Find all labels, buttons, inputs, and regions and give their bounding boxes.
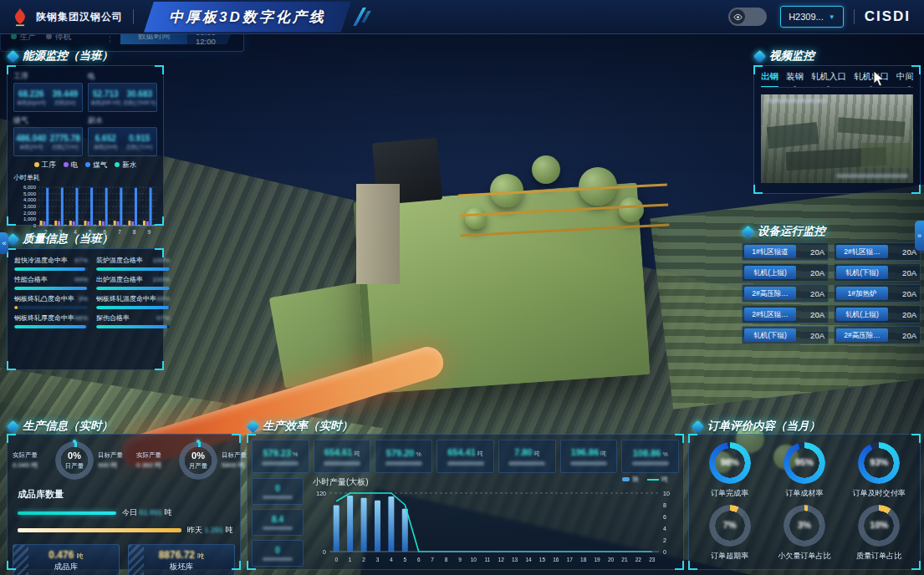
order-gauge-cell: 98% 订单完成率: [692, 440, 767, 502]
order-gauge-cell: 95% 订单成材率: [767, 440, 841, 502]
energy-unit: 单耗(m³/t): [19, 144, 43, 150]
energy-chart-ylabel: 小时单耗: [13, 173, 157, 182]
order-gauge: 93%: [858, 442, 900, 484]
energy-group-values: 52.713单耗(kW·h/t) 30.683总耗(万kW·h): [88, 83, 157, 112]
order-gauge: 3%: [784, 505, 825, 547]
device-row: 2#高压除…20A1#加热炉20A: [742, 284, 921, 303]
efficiency-stat-tile: 654.41吨: [436, 440, 494, 473]
svg-text:19: 19: [595, 557, 601, 562]
svg-text:0: 0: [323, 549, 326, 555]
energy-value: 486.040: [16, 134, 46, 144]
svg-text:4: 4: [390, 557, 393, 562]
machinery-silhouette: [767, 122, 819, 149]
efficiency-stat-tile: 196.86吨: [560, 440, 618, 473]
cisdi-logo: CISDI: [865, 8, 911, 25]
shift-select-value: H2309...: [789, 12, 824, 22]
production-panel: 实际产量0.045 吨 0%日产量 目标产量900 吨 实际产量0.392 吨 …: [7, 434, 241, 570]
yesterday-bar: [18, 528, 181, 532]
left-collapse-tab[interactable]: «: [0, 232, 8, 254]
camera-timestamp: [836, 174, 908, 178]
svg-text:1,000: 1,000: [23, 216, 37, 221]
camera-tabs: 出钢装钢轧机入口轧机出口中间冷电加热: [761, 71, 913, 88]
energy-panel-header: 能源监控（当班）: [8, 48, 113, 64]
energy-value: 30.683: [126, 89, 152, 99]
svg-text:21: 21: [621, 557, 628, 562]
efficiency-panel: 579.23%654.61吨579.20%654.41吨7.80吨196.86吨…: [247, 434, 684, 570]
energy-chart-legend: 工序电煤气新水: [13, 160, 157, 170]
energy-value: 39.449: [52, 89, 78, 99]
svg-text:12: 12: [498, 557, 505, 562]
efficiency-stat-tile: 579.23%: [252, 440, 309, 473]
efficiency-stat-tile: 108.86%: [621, 440, 679, 473]
shift-select-dropdown[interactable]: H2309... ▼: [780, 6, 844, 28]
quality-item: 钢板终轧厚度命中率98%: [14, 313, 88, 328]
visibility-toggle[interactable]: [728, 8, 767, 26]
svg-text:2,000: 2,000: [23, 211, 37, 216]
diamond-icon: [7, 420, 20, 433]
efficiency-stat-tile: 579.20%: [375, 440, 432, 473]
diamond-icon: [247, 420, 260, 433]
video-panel-header: 视频监控: [755, 48, 814, 64]
svg-text:4,000: 4,000: [23, 197, 37, 202]
energy-group-name: 工序: [13, 71, 83, 82]
bar-legend-marker: [622, 477, 630, 481]
monthly-output-gauge-group: 实际产量0.392 吨 0%月产量 目标产量5800 吨: [136, 441, 260, 480]
order-gauge: 10%: [858, 505, 900, 547]
order-gauge-cell: 7% 订单超期率: [692, 502, 767, 565]
svg-text:7: 7: [118, 229, 121, 235]
production-panel-header: 生产信息（实时）: [8, 419, 113, 434]
finished-store-card: 0.476 吨 成品库: [13, 544, 120, 575]
divider: [854, 9, 855, 24]
efficiency-side-tile: 0: [252, 478, 304, 505]
svg-text:0: 0: [663, 549, 666, 555]
svg-text:6: 6: [417, 557, 421, 562]
device-cell: 2#高压除…20A: [742, 284, 829, 303]
camera-tab-轧机出口[interactable]: 轧机出口: [854, 71, 889, 83]
energy-unit: 总耗(万m³): [52, 144, 78, 150]
video-panel-title: 视频监控: [769, 48, 814, 64]
stock-bar-today: 今日 61.891 吨: [18, 507, 235, 518]
order-gauge-cell: 3% 小欠量订单占比: [767, 502, 841, 565]
diamond-icon: [7, 232, 20, 246]
energy-panel-title: 能源监控（当班）: [23, 48, 113, 64]
chevron-down-icon: ▼: [829, 13, 835, 21]
diamond-icon: [7, 49, 20, 63]
svg-text:8: 8: [445, 557, 448, 562]
legend-item: 电: [64, 160, 79, 170]
order-gauge-cell: 93% 订单及时交付率: [842, 440, 916, 502]
svg-text:6: 6: [663, 514, 666, 520]
order-gauges: 98% 订单完成率 95% 订单成材率 93% 订单及时交付率 7% 订单超期率…: [692, 440, 916, 564]
orders-panel-title: 订单评价内容（当月）: [707, 419, 820, 434]
right-collapse-tab[interactable]: »: [915, 221, 924, 251]
dashboard-root: 陕钢集团汉钢公司 中厚板3D数字化产线 H2309... ▼ CISDI 能源监…: [0, 0, 924, 575]
energy-group-name: 电: [88, 71, 157, 82]
camera-tab-装钢[interactable]: 装钢: [786, 71, 804, 83]
device-row: 2#轧区辊…20A轧机(上辊)20A: [742, 305, 921, 323]
energy-unit: 单耗(kgce/t): [17, 99, 46, 105]
energy-unit: 总耗(万kW·h): [123, 99, 156, 105]
camera-tab-出钢[interactable]: 出钢: [761, 71, 779, 83]
legend-item: 新水: [115, 160, 136, 170]
energy-unit: 总耗(tce): [54, 99, 76, 105]
svg-text:7: 7: [431, 557, 434, 562]
camera-tab-轧机入口[interactable]: 轧机入口: [811, 71, 846, 83]
device-cell: 2#高压除…20A: [834, 326, 921, 344]
energy-value: 52.713: [93, 89, 119, 99]
topbar: 陕钢集团汉钢公司 中厚板3D数字化产线 H2309... ▼ CISDI: [0, 0, 924, 34]
svg-text:3,000: 3,000: [23, 204, 37, 209]
svg-text:11: 11: [484, 557, 490, 562]
device-cell: 轧机(上辊)20A: [742, 263, 829, 282]
quality-item: 探伤合格率97%: [96, 313, 170, 328]
efficiency-side-tile: 0: [252, 540, 304, 567]
page-title: 中厚板3D数字化产线: [144, 2, 351, 33]
monthly-output-gauge: 0%月产量: [179, 441, 217, 480]
svg-text:5,000: 5,000: [23, 191, 37, 196]
energy-value: 6.652: [95, 134, 116, 144]
svg-text:0: 0: [334, 557, 338, 562]
camera-tab-中间冷[interactable]: 中间冷: [896, 71, 913, 83]
divider: [133, 9, 134, 24]
device-cell: 1#轧区辊道20A: [742, 242, 829, 261]
camera-overlay-text: [766, 99, 826, 103]
camera-feed[interactable]: [761, 94, 913, 183]
production-panel-title: 生产信息（实时）: [23, 419, 113, 434]
